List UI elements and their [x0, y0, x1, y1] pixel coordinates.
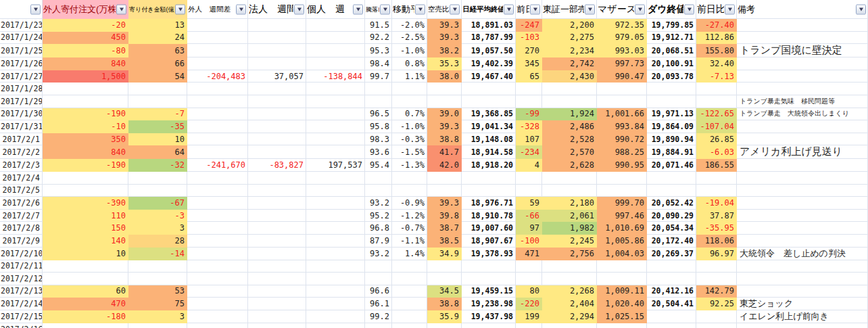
cell-foreign-open-orders[interactable] — [43, 83, 128, 95]
cell-dow-change[interactable]: -122.65 — [696, 108, 737, 121]
mothers-filter-button[interactable] — [635, 4, 645, 14]
nikkei-change-filter-button[interactable] — [530, 4, 540, 14]
cell-mothers[interactable] — [597, 83, 647, 95]
cell-nikkei-change[interactable]: 471 — [516, 248, 542, 260]
cell-moving-avg[interactable]: 0.8% — [392, 57, 427, 70]
cell-nikkei-close[interactable]: 18,910.78 — [462, 210, 516, 222]
cell-dow-close[interactable]: 19,912.71 — [647, 32, 696, 45]
cell-individual-weekly[interactable] — [306, 120, 365, 133]
cell-nikkei-change[interactable]: 270 — [516, 44, 542, 57]
cell-open-amount[interactable]: 75 — [128, 298, 187, 310]
cell-updown-ratio[interactable] — [365, 185, 392, 197]
cell-individual-weekly[interactable] — [306, 32, 365, 45]
cell-moving-avg[interactable] — [392, 260, 427, 273]
cell-nikkei-change[interactable]: 97 — [516, 222, 542, 235]
cell-corporate-weekly[interactable] — [248, 298, 306, 310]
cell-short-sell-ratio[interactable]: 38.2 — [427, 44, 462, 57]
cell-nikkei-close[interactable]: 18,787.99 — [462, 32, 516, 45]
cell-nikkei-change[interactable] — [516, 273, 542, 285]
cell-date[interactable]: 2017/1/26 — [0, 57, 43, 70]
cell-open-amount[interactable] — [128, 83, 187, 95]
cell-corporate-weekly[interactable] — [248, 57, 306, 70]
cell-foreign-weekly[interactable] — [187, 57, 248, 70]
cell-foreign-weekly[interactable] — [187, 133, 248, 146]
cell-corporate-weekly[interactable] — [248, 44, 306, 57]
cell-updown-ratio[interactable]: 95.3 — [365, 44, 392, 57]
cell-corporate-weekly[interactable] — [248, 235, 306, 248]
cell-short-sell-ratio[interactable]: 34.5 — [427, 285, 462, 298]
cell-moving-avg[interactable]: -0.9% — [392, 197, 427, 210]
cell-foreign-open-orders[interactable] — [43, 260, 128, 273]
cell-short-sell-ratio[interactable] — [427, 95, 462, 108]
cell-dow-close[interactable]: 19,884.91 — [647, 145, 696, 159]
cell-mothers[interactable]: 1,001.66 — [597, 108, 647, 121]
cell-moving-avg[interactable]: -1.3% — [392, 159, 427, 172]
cell-dow-close[interactable] — [647, 185, 696, 197]
cell-moving-avg[interactable]: 1.4% — [392, 248, 427, 260]
cell-nikkei-close[interactable]: 19,057.50 — [462, 44, 516, 57]
cell-foreign-weekly[interactable] — [187, 95, 248, 108]
cell-corporate-weekly[interactable] — [248, 197, 306, 210]
cell-corporate-weekly[interactable] — [248, 83, 306, 95]
cell-corporate-weekly[interactable] — [248, 108, 306, 121]
cell-foreign-open-orders[interactable]: 150 — [43, 222, 128, 235]
cell-open-amount[interactable]: -7 — [128, 108, 187, 121]
cell-notes[interactable] — [737, 120, 868, 133]
cell-nikkei-change[interactable]: 59 — [516, 197, 542, 210]
cell-date[interactable]: 2017/1/30 — [0, 108, 43, 121]
cell-tse1-value[interactable]: 2,570 — [542, 145, 597, 159]
cell-foreign-weekly[interactable] — [187, 285, 248, 298]
cell-moving-avg[interactable]: -2.0% — [392, 19, 427, 32]
cell-foreign-weekly[interactable] — [187, 172, 248, 185]
moving-avg-filter-button[interactable] — [415, 4, 425, 14]
cell-tse1-value[interactable]: 2,294 — [542, 310, 597, 323]
cell-tse1-value[interactable]: 2,275 — [542, 32, 597, 45]
cell-open-amount[interactable]: -67 — [128, 197, 187, 210]
cell-dow-close[interactable]: 20,100.91 — [647, 57, 696, 70]
cell-mothers[interactable] — [597, 95, 647, 108]
cell-moving-avg[interactable]: -1.0% — [392, 120, 427, 133]
cell-foreign-weekly[interactable] — [187, 235, 248, 248]
cell-mothers[interactable] — [597, 260, 647, 273]
cell-mothers[interactable] — [597, 172, 647, 185]
cell-date[interactable]: 2017/1/25 — [0, 44, 43, 57]
cell-open-amount[interactable]: 63 — [128, 44, 187, 57]
tse1-value-filter-button[interactable] — [585, 4, 595, 14]
cell-open-amount[interactable]: 54 — [128, 70, 187, 83]
cell-moving-avg[interactable] — [392, 95, 427, 108]
cell-foreign-weekly[interactable] — [187, 273, 248, 285]
cell-individual-weekly[interactable] — [306, 298, 365, 310]
cell-corporate-weekly[interactable]: -83,827 — [248, 159, 306, 172]
cell-foreign-weekly[interactable]: -241,670 — [187, 159, 248, 172]
cell-corporate-weekly[interactable] — [248, 133, 306, 146]
cell-date[interactable]: 2017/2/2 — [0, 145, 43, 159]
column-header-mothers[interactable]: マザーズ — [597, 0, 647, 19]
cell-foreign-weekly[interactable] — [187, 298, 248, 310]
cell-nikkei-close[interactable] — [462, 185, 516, 197]
cell-foreign-open-orders[interactable]: 10 — [43, 248, 128, 260]
cell-dow-change[interactable]: 37.87 — [696, 210, 737, 222]
cell-dow-change[interactable] — [696, 260, 737, 273]
cell-tse1-value[interactable] — [542, 172, 597, 185]
cell-short-sell-ratio[interactable]: 38.8 — [427, 298, 462, 310]
cell-dow-close[interactable]: 19,864.09 — [647, 120, 696, 133]
cell-mothers[interactable]: 999.70 — [597, 197, 647, 210]
notes-filter-button[interactable] — [856, 4, 866, 14]
cell-date[interactable]: 2017/2/9 — [0, 235, 43, 248]
cell-dow-close[interactable]: 20,504.41 — [647, 298, 696, 310]
cell-date[interactable]: 2017/2/6 — [0, 197, 43, 210]
cell-dow-close[interactable]: 20,412.16 — [647, 285, 696, 298]
cell-moving-avg[interactable] — [392, 285, 427, 298]
cell-open-amount[interactable] — [128, 260, 187, 273]
cell-moving-avg[interactable]: -0.7% — [392, 222, 427, 235]
cell-dow-close[interactable] — [647, 95, 696, 108]
cell-nikkei-close[interactable]: 19,238.98 — [462, 298, 516, 310]
cell-individual-weekly[interactable]: 197,537 — [306, 159, 365, 172]
cell-nikkei-change[interactable]: 80 — [516, 285, 542, 298]
cell-foreign-open-orders[interactable]: 1,500 — [43, 70, 128, 83]
cell-short-sell-ratio[interactable]: 39.3 — [427, 197, 462, 210]
cell-tse1-value[interactable]: 2,234 — [542, 44, 597, 57]
cell-updown-ratio[interactable]: 99.2 — [365, 310, 392, 323]
cell-updown-ratio[interactable]: 95.4 — [365, 159, 392, 172]
foreign-weekly-filter-button[interactable] — [236, 4, 246, 14]
